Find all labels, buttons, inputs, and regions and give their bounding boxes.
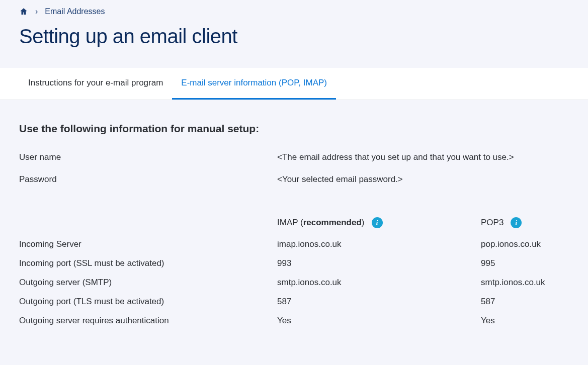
home-icon[interactable] xyxy=(19,7,28,16)
incoming-server-imap: imap.ionos.co.uk xyxy=(277,239,481,249)
username-label: User name xyxy=(19,152,277,162)
outgoing-auth-imap: Yes xyxy=(277,316,481,326)
outgoing-server-pop: smtp.ionos.co.uk xyxy=(481,278,569,288)
outgoing-auth-pop: Yes xyxy=(481,316,569,326)
page-title: Setting up an email client xyxy=(19,25,569,48)
row-password: Password <Your selected email password.> xyxy=(19,174,569,185)
chevron-right-icon: › xyxy=(35,7,38,16)
server-table: IMAP (recommended) i POP3 i Incoming Ser… xyxy=(19,217,569,326)
outgoing-server-imap: smtp.ionos.co.uk xyxy=(277,278,481,288)
section-heading: Use the following information for manual… xyxy=(19,123,569,135)
imap-header: IMAP (recommended) i xyxy=(277,217,481,228)
row-username: User name <The email address that you se… xyxy=(19,152,569,162)
incoming-port-imap: 993 xyxy=(277,258,481,268)
header-area: › Email Addresses Setting up an email cl… xyxy=(0,0,588,68)
pop-header: POP3 i xyxy=(481,217,569,228)
imap-header-suffix: ) xyxy=(362,218,365,227)
outgoing-port-imap: 587 xyxy=(277,297,481,307)
info-icon[interactable]: i xyxy=(511,217,522,228)
server-header-row: IMAP (recommended) i POP3 i xyxy=(19,217,569,228)
content-area: Use the following information for manual… xyxy=(0,100,588,355)
info-icon[interactable]: i xyxy=(372,217,383,228)
imap-header-bold: recommended xyxy=(303,218,362,227)
tabs-container: Instructions for your e-mail program E-m… xyxy=(0,68,588,100)
row-outgoing-port: Outgoing port (TLS must be activated) 58… xyxy=(19,297,569,307)
password-label: Password xyxy=(19,174,277,185)
incoming-server-pop: pop.ionos.co.uk xyxy=(481,239,569,249)
pop-header-label: POP3 xyxy=(481,218,503,228)
breadcrumb-link-email-addresses[interactable]: Email Addresses xyxy=(45,7,105,16)
tabs: Instructions for your e-mail program E-m… xyxy=(0,68,588,100)
incoming-port-pop: 995 xyxy=(481,258,569,268)
outgoing-port-label: Outgoing port (TLS must be activated) xyxy=(19,297,277,307)
row-outgoing-server: Outgoing server (SMTP) smtp.ionos.co.uk … xyxy=(19,278,569,288)
outgoing-auth-label: Outgoing server requires authentication xyxy=(19,316,277,326)
password-value: <Your selected email password.> xyxy=(277,174,403,185)
incoming-port-label: Incoming port (SSL must be activated) xyxy=(19,258,277,268)
breadcrumb: › Email Addresses xyxy=(19,7,569,16)
row-outgoing-auth: Outgoing server requires authentication … xyxy=(19,316,569,326)
outgoing-port-pop: 587 xyxy=(481,297,569,307)
tab-instructions[interactable]: Instructions for your e-mail program xyxy=(19,68,172,100)
row-incoming-server: Incoming Server imap.ionos.co.uk pop.ion… xyxy=(19,239,569,249)
outgoing-server-label: Outgoing server (SMTP) xyxy=(19,278,277,288)
incoming-server-label: Incoming Server xyxy=(19,239,277,249)
tab-server-info[interactable]: E-mail server information (POP, IMAP) xyxy=(172,68,336,100)
username-value: <The email address that you set up and t… xyxy=(277,152,514,162)
imap-header-prefix: IMAP ( xyxy=(277,218,303,227)
row-incoming-port: Incoming port (SSL must be activated) 99… xyxy=(19,258,569,268)
